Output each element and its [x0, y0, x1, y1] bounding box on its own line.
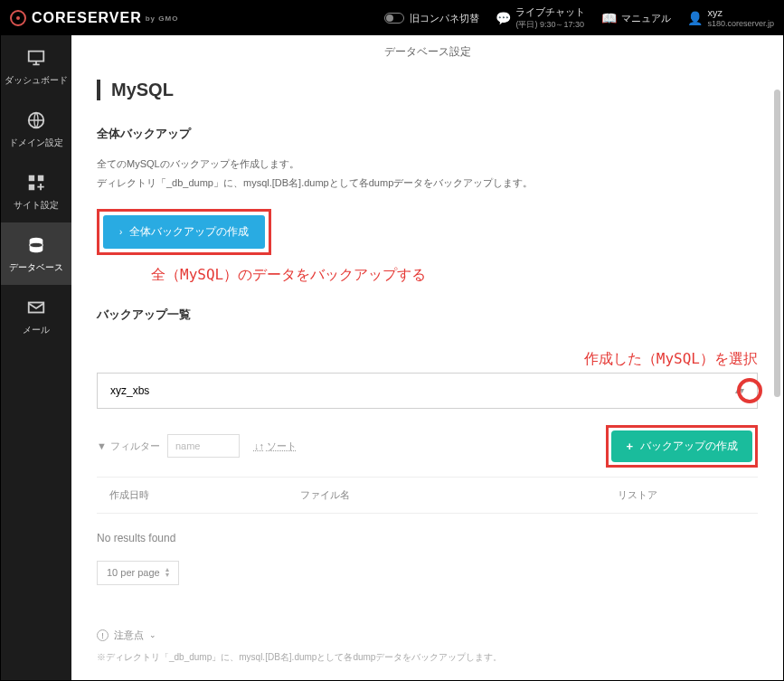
backup-list-heading: バックアップ一覧: [97, 307, 758, 323]
annotation-2: 作成した（MySQL）を選択: [97, 350, 758, 369]
toggle-icon: [384, 13, 404, 24]
callout-create-backup: + バックアップの作成: [606, 425, 758, 468]
svg-rect-1: [29, 175, 34, 181]
list-toolbar: ▼ フィルター ↓↑ ソート + バックアップの作成: [97, 425, 758, 468]
notes-section: ! 注意点 ⌄ ※ディレクトリ「_db_dump」に、mysql.[DB名].d…: [97, 629, 758, 664]
notes-heading: 注意点: [114, 629, 144, 642]
svg-rect-2: [38, 175, 43, 181]
globe-icon: [26, 110, 46, 130]
col-restore: リストア: [618, 488, 745, 502]
monitor-icon: [26, 48, 46, 68]
user-menu[interactable]: 👤 xyz s180.coreserver.jp: [687, 7, 774, 29]
old-panel-label: 旧コンパネ切替: [410, 12, 479, 25]
create-backup-label: バックアップの作成: [640, 439, 738, 454]
sort-link[interactable]: ↓↑ ソート: [254, 440, 297, 453]
sidebar-item-domain[interactable]: ドメイン設定: [1, 98, 71, 160]
per-page-label: 10 per page: [107, 567, 160, 578]
notes-text: ※ディレクトリ「_db_dump」に、mysql.[DB名].dumpとして各d…: [97, 651, 758, 664]
info-icon: !: [97, 629, 109, 641]
full-backup-desc: 全てのMySQLのバックアップを作成します。 ディレクトリ「_db_dump」に…: [97, 155, 758, 193]
old-panel-toggle[interactable]: 旧コンパネ切替: [384, 12, 479, 25]
live-chat-link[interactable]: 💬 ライブチャット (平日) 9:30～17:30: [496, 5, 585, 31]
database-icon: [26, 235, 46, 255]
db-select-value: xyz_xbs: [110, 384, 149, 397]
chat-icon: 💬: [496, 11, 511, 25]
chat-label: ライブチャット: [515, 6, 585, 17]
db-select[interactable]: xyz_xbs ▴▾: [97, 373, 758, 409]
logo-subtext: by GMO: [146, 14, 179, 23]
main: データベース設定 MySQL 全体バックアップ 全てのMySQLのバックアップを…: [71, 35, 783, 680]
col-created: 作成日時: [109, 488, 300, 502]
sidebar-item-label: データベース: [1, 261, 71, 274]
sidebar-item-mail[interactable]: メール: [1, 285, 71, 347]
sort-label: ソート: [267, 440, 297, 453]
table-header: 作成日時 ファイル名 リストア: [97, 477, 758, 514]
sidebar-item-database[interactable]: データベース: [1, 222, 71, 285]
logo-text: CORESERVER: [32, 10, 142, 26]
chevron-updown-icon: ▴▾: [735, 385, 744, 395]
chevron-right-icon: ›: [119, 227, 122, 237]
user-icon: 👤: [687, 11, 703, 26]
logo[interactable]: CORESERVER by GMO: [10, 10, 178, 26]
sidebar-item-label: サイト設定: [1, 199, 71, 212]
sidebar-item-label: メール: [1, 324, 71, 336]
sort-icon: ↓↑: [254, 440, 264, 451]
chevron-down-icon: ⌄: [149, 630, 156, 639]
user-name: xyz: [707, 7, 723, 18]
notes-toggle[interactable]: ! 注意点 ⌄: [97, 629, 758, 642]
full-backup-button-label: 全体バックアップの作成: [129, 224, 249, 240]
col-filename: ファイル名: [300, 488, 619, 502]
grid-plus-icon: [26, 173, 46, 193]
sidebar: ダッシュボード ドメイン設定 サイト設定 データベース メール: [1, 35, 71, 680]
manual-label: マニュアル: [621, 12, 671, 25]
chevron-updown-icon: ▴▾: [165, 567, 169, 579]
create-backup-button[interactable]: + バックアップの作成: [611, 430, 752, 462]
sidebar-item-label: ドメイン設定: [1, 137, 71, 149]
page-title: MySQL: [97, 80, 758, 100]
filter-icon: ▼: [97, 440, 107, 451]
book-icon: 📖: [601, 11, 617, 25]
manual-link[interactable]: 📖 マニュアル: [601, 11, 671, 25]
plus-icon: +: [626, 440, 633, 453]
logo-icon: [10, 10, 26, 26]
breadcrumb: データベース設定: [71, 35, 783, 71]
server-name: s180.coreserver.jp: [707, 19, 774, 29]
svg-rect-3: [29, 184, 34, 190]
no-results: No results found: [97, 514, 758, 561]
db-select-row: xyz_xbs ▴▾: [97, 373, 758, 409]
callout-full-backup: › 全体バックアップの作成: [97, 209, 271, 255]
chat-hours: (平日) 9:30～17:30: [515, 19, 585, 31]
scrollbar[interactable]: [774, 90, 780, 397]
mail-icon: [26, 298, 46, 317]
content: MySQL 全体バックアップ 全てのMySQLのバックアップを作成します。 ディ…: [71, 71, 783, 664]
per-page-select[interactable]: 10 per page ▴▾: [97, 561, 179, 585]
annotation-1: 全（MySQL）のデータをバックアップする: [151, 266, 758, 285]
filter-input[interactable]: [167, 434, 240, 458]
filter-label-text: フィルター: [110, 440, 160, 453]
sidebar-item-site[interactable]: サイト設定: [1, 160, 71, 222]
topbar: CORESERVER by GMO 旧コンパネ切替 💬 ライブチャット (平日)…: [1, 1, 783, 35]
filter-label: ▼ フィルター: [97, 440, 160, 453]
sidebar-item-dashboard[interactable]: ダッシュボード: [1, 35, 71, 98]
desc-line2: ディレクトリ「_db_dump」に、mysql.[DB名].dumpとして各du…: [97, 174, 758, 193]
desc-line1: 全てのMySQLのバックアップを作成します。: [97, 155, 758, 174]
full-backup-heading: 全体バックアップ: [97, 126, 758, 142]
full-backup-button[interactable]: › 全体バックアップの作成: [103, 215, 265, 249]
sidebar-item-label: ダッシュボード: [1, 74, 71, 87]
